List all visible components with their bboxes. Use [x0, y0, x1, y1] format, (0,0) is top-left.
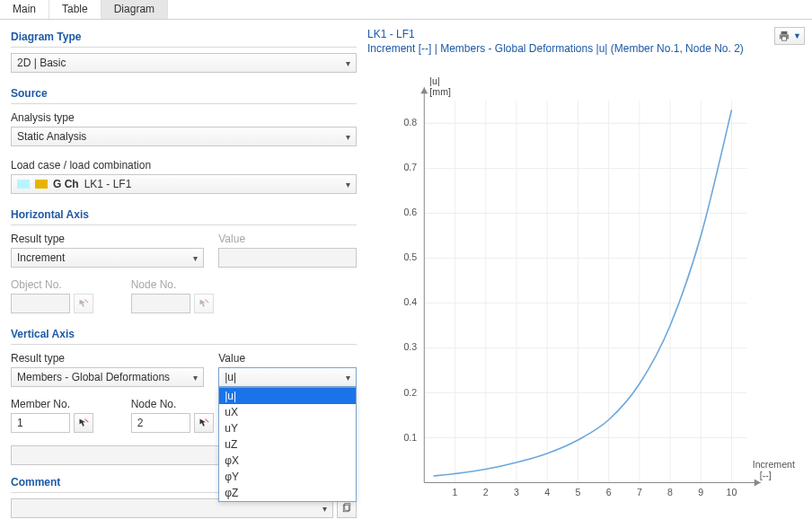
section-source: Source [11, 85, 357, 104]
loadcase-swatch-1 [17, 180, 30, 189]
analysis-type-value: Static Analysis [17, 130, 86, 143]
chart-title-line1: LK1 - LF1 [367, 27, 774, 41]
v-result-type-value: Members - Global Deformations [17, 371, 170, 383]
svg-text:2: 2 [483, 487, 489, 497]
svg-text:0.6: 0.6 [403, 207, 417, 217]
h-node-no-label: Node No. [131, 277, 237, 294]
v-value-selected: |u| [225, 371, 236, 383]
tabbar: Main Table Diagram [0, 0, 812, 20]
chevron-down-icon: ▾ [346, 373, 350, 383]
svg-text:3: 3 [514, 487, 519, 497]
svg-text:Increment: Increment [753, 459, 795, 470]
h-result-type-value: Increment [17, 251, 65, 264]
loadcase-value-wrap: G Ch LK1 - LF1 [17, 178, 131, 190]
svg-marker-30 [420, 87, 428, 93]
v-value-option[interactable]: uZ [219, 436, 356, 453]
svg-text:|u|: |u| [429, 75, 439, 86]
chevron-down-icon: ▾ [346, 58, 350, 68]
svg-text:0.5: 0.5 [403, 251, 417, 262]
chevron-down-icon: ▾ [322, 504, 327, 514]
svg-rect-6 [781, 31, 788, 34]
chevron-down-icon: ▼ [793, 31, 801, 40]
print-button[interactable]: ▼ [774, 27, 805, 45]
svg-text:9: 9 [698, 487, 703, 497]
h-value-label: Value [218, 231, 357, 248]
v-value-option[interactable]: |u| [219, 388, 356, 404]
cursor-pick-icon [199, 418, 209, 428]
copy-icon [341, 503, 352, 514]
svg-text:7: 7 [637, 487, 642, 497]
cursor-pick-icon [199, 298, 209, 309]
svg-text:0.1: 0.1 [403, 432, 417, 443]
svg-text:8: 8 [667, 487, 673, 497]
svg-line-0 [85, 300, 89, 304]
settings-panel: Diagram Type 2D | Basic ▾ Source Analysi… [0, 20, 364, 528]
v-value-select[interactable]: |u| ▾ |u|uXuYuZφXφYφZ [218, 367, 357, 387]
section-diagram-type: Diagram Type [11, 29, 357, 48]
svg-text:[--]: [--] [760, 470, 772, 480]
v-member-no-input[interactable]: 1 [11, 413, 70, 433]
tab-main[interactable]: Main [0, 0, 49, 19]
v-value-options: |u|uXuYuZφXφYφZ [218, 387, 357, 502]
loadcase-value: LK1 - LF1 [84, 178, 132, 190]
printer-icon [778, 31, 790, 41]
h-value-input [218, 248, 357, 268]
chart-panel: LK1 - LF1 Increment [--] | Members - Glo… [364, 20, 812, 528]
chevron-down-icon: ▾ [193, 373, 198, 383]
svg-text:0.3: 0.3 [403, 341, 417, 352]
svg-rect-8 [781, 37, 786, 40]
svg-text:1: 1 [453, 487, 458, 497]
pick-node-button-2[interactable] [194, 413, 214, 433]
v-value-option[interactable]: uX [219, 404, 356, 420]
diagram-type-select[interactable]: 2D | Basic ▾ [11, 53, 357, 73]
chart-area: 123456789100.10.20.30.40.50.60.70.8|u|[m… [373, 74, 803, 519]
analysis-type-select[interactable]: Static Analysis ▾ [11, 127, 357, 146]
svg-text:4: 4 [544, 487, 550, 497]
svg-line-2 [85, 419, 89, 423]
chevron-down-icon: ▾ [346, 180, 350, 189]
chart-title-line2: Increment [--] | Members - Global Deform… [367, 41, 774, 56]
svg-line-1 [205, 300, 208, 304]
v-node-no-input[interactable]: 2 [131, 413, 190, 433]
svg-text:0.7: 0.7 [403, 162, 417, 172]
h-result-type-label: Result type [11, 231, 204, 248]
cursor-pick-icon [78, 298, 89, 309]
v-value-option[interactable]: φX [219, 453, 356, 469]
v-result-type-select[interactable]: Members - Global Deformations ▾ [11, 367, 204, 387]
v-value-option[interactable]: uY [219, 420, 356, 436]
v-result-type-label: Result type [11, 350, 204, 367]
svg-text:0.2: 0.2 [403, 387, 417, 398]
svg-text:0.8: 0.8 [403, 117, 417, 128]
v-value-label: Value [218, 350, 357, 367]
line-chart: 123456789100.10.20.30.40.50.60.70.8|u|[m… [373, 74, 803, 519]
pick-node-button [194, 294, 214, 313]
h-object-no-input [11, 294, 70, 313]
section-haxis: Horizontal Axis [11, 207, 357, 225]
loadcase-label: Load case / load combination [11, 157, 357, 174]
pick-member-button[interactable] [74, 413, 93, 433]
tab-table[interactable]: Table [49, 0, 102, 19]
svg-text:10: 10 [727, 487, 737, 497]
h-result-type-select[interactable]: Increment ▾ [11, 248, 204, 268]
tab-diagram[interactable]: Diagram [102, 0, 168, 19]
svg-text:[mm]: [mm] [429, 86, 451, 97]
svg-text:6: 6 [606, 487, 612, 497]
analysis-type-label: Analysis type [11, 110, 357, 127]
chevron-down-icon: ▾ [193, 253, 198, 263]
pick-object-button [74, 294, 93, 313]
svg-text:5: 5 [575, 487, 580, 497]
svg-line-3 [205, 419, 208, 423]
loadcase-swatch-2 [35, 180, 48, 189]
svg-text:0.4: 0.4 [403, 296, 417, 307]
v-value-option[interactable]: φY [219, 469, 356, 485]
loadcase-badge: G Ch [53, 178, 79, 190]
loadcase-select[interactable]: G Ch LK1 - LF1 ▾ [11, 174, 357, 194]
cursor-pick-icon [78, 418, 89, 428]
h-node-no-input [131, 294, 190, 313]
h-object-no-label: Object No. [11, 277, 117, 294]
diagram-type-value: 2D | Basic [17, 57, 66, 69]
section-vaxis: Vertical Axis [11, 326, 357, 345]
chevron-down-icon: ▾ [346, 132, 350, 142]
v-value-option[interactable]: φZ [219, 485, 356, 501]
v-member-no-label: Member No. [11, 396, 117, 413]
